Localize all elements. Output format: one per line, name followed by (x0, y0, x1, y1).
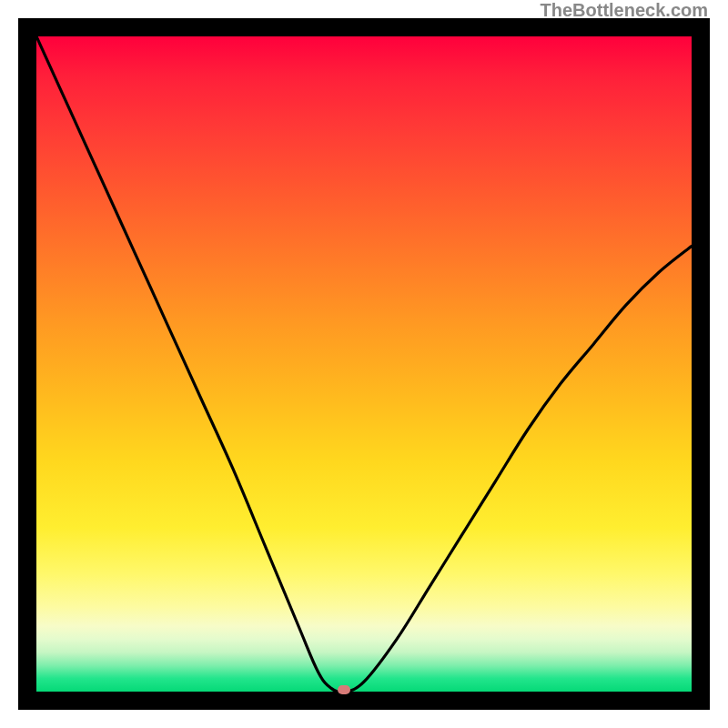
curve-line (36, 36, 692, 692)
trough-marker (338, 685, 350, 694)
chart-container: TheBottleneck.com (0, 0, 728, 728)
plot-area (18, 18, 710, 710)
